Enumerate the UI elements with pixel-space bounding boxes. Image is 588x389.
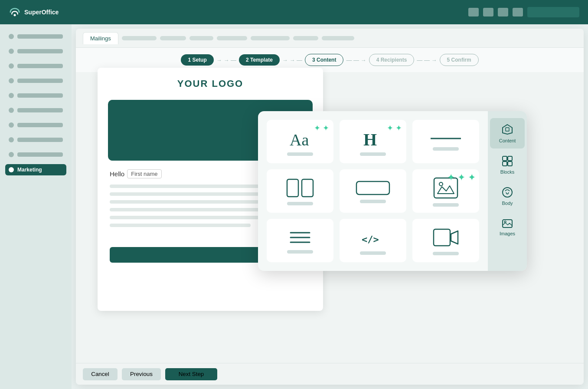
blocks-sidebar-icon (502, 155, 513, 167)
sidebar-item-knowledge[interactable] (5, 149, 66, 160)
content-sidebar-label: Content (499, 138, 516, 143)
body-sidebar-label: Body (502, 201, 513, 206)
tab-5[interactable] (217, 36, 247, 40)
tab-bar: Mailings (76, 29, 584, 48)
bottom-bar: Cancel Previous Next Step (76, 363, 584, 385)
sidebar-item-reports[interactable] (5, 120, 66, 130)
menu-card-label (287, 250, 313, 254)
sidebar-dot (9, 34, 14, 39)
svg-text:Aa: Aa (290, 131, 309, 148)
content-card-image[interactable]: ✦ ✦ ✦ (412, 169, 479, 213)
sparkle-icon-heading: ✦ ✦ (387, 124, 402, 132)
tab-3[interactable] (160, 36, 186, 40)
sidebar-dot (9, 93, 14, 98)
step-5[interactable]: 5 Confirm (440, 54, 479, 66)
step-4[interactable]: 4 Recipients (369, 54, 415, 66)
sidebar-item-requests[interactable] (5, 135, 66, 145)
content-panel: ✦ ✦ Aa ✦ ✦ H (258, 111, 527, 271)
step-1[interactable]: 1 Setup (181, 54, 213, 66)
topbar-icon-4[interactable] (513, 8, 523, 16)
email-firstname-tag[interactable]: First name (127, 169, 161, 178)
button-card-label (360, 200, 386, 203)
sidebar-label-reports (17, 123, 63, 127)
content-card-divider[interactable] (412, 120, 479, 163)
topbar-icon-1[interactable] (468, 8, 479, 16)
sidebar-label-projects (17, 93, 63, 98)
sidebar-item-activities[interactable] (5, 46, 66, 56)
heading-card-label (360, 152, 386, 156)
content-card-button[interactable] (340, 169, 406, 213)
blocks-sidebar-label: Blocks (500, 169, 514, 175)
sidebar-label-requests (17, 138, 63, 142)
content-sidebar-icon (501, 123, 513, 135)
content-card-heading[interactable]: ✦ ✦ H (340, 120, 406, 163)
content-card-video[interactable] (412, 219, 479, 262)
sparkle-icon-text: ✦ ✦ (314, 124, 329, 132)
step-2[interactable]: 2 Template (239, 54, 280, 66)
email-body-line-6 (110, 224, 251, 227)
svg-rect-15 (506, 128, 509, 131)
email-logo-area: YOUR LOGO (98, 68, 323, 100)
columns-card-label (287, 202, 313, 205)
sidebar-item-contacts[interactable] (5, 61, 66, 71)
next-step-button[interactable]: Next Step (165, 368, 217, 380)
topbar-search[interactable] (527, 7, 579, 17)
html-card-label (360, 251, 386, 255)
text-icon: Aa (289, 129, 311, 148)
sidebar-dot (9, 152, 14, 157)
sidebar-label-dashboard (17, 34, 63, 39)
email-hello-text: Hello (110, 170, 124, 178)
sidebar-label-sales (17, 108, 63, 112)
sidebar-item-images[interactable]: Images (490, 213, 525, 241)
divider-icon (431, 134, 461, 143)
content-card-menu[interactable] (267, 219, 333, 262)
sidebar-dot (9, 108, 14, 113)
topbar-icons (468, 7, 579, 17)
sparkle-icon-image: ✦ ✦ ✦ (447, 173, 476, 182)
sidebar-item-content[interactable]: Content (490, 118, 525, 148)
tab-4[interactable] (189, 36, 213, 40)
tab-2[interactable] (122, 36, 157, 40)
sidebar-item-projects[interactable] (5, 90, 66, 101)
tab-8[interactable] (322, 36, 354, 40)
sidebar-item-dashboard[interactable] (5, 31, 66, 42)
tab-mailings[interactable]: Mailings (83, 32, 118, 44)
app-name: SuperOffice (24, 9, 59, 16)
content-card-html[interactable]: </> (340, 219, 406, 262)
previous-button[interactable]: Previous (122, 368, 161, 380)
superoffice-logo-icon (9, 7, 21, 17)
cancel-button[interactable]: Cancel (83, 368, 118, 380)
tab-6[interactable] (251, 36, 290, 40)
content-card-text[interactable]: ✦ ✦ Aa (267, 120, 333, 163)
sidebar-item-blocks[interactable]: Blocks (490, 150, 525, 180)
app-logo[interactable]: SuperOffice (9, 7, 59, 17)
sidebar-dot (9, 122, 14, 128)
sidebar-dot (9, 78, 14, 83)
sidebar-dot (9, 167, 14, 172)
images-sidebar-label: Images (500, 231, 515, 236)
content-card-columns[interactable] (267, 169, 333, 213)
svg-rect-18 (503, 162, 507, 166)
menu-icon (289, 229, 311, 246)
topbar-icon-3[interactable] (498, 8, 508, 16)
step-3[interactable]: 3 Content (305, 54, 343, 66)
svg-marker-14 (503, 125, 512, 134)
svg-text:</>: </> (362, 234, 379, 245)
sidebar-item-sales[interactable] (5, 105, 66, 115)
content-grid: ✦ ✦ Aa ✦ ✦ H (258, 111, 488, 271)
sidebar: Marketing (0, 24, 72, 389)
heading-icon: H (362, 129, 384, 148)
sidebar-item-body[interactable]: Body (490, 181, 525, 211)
sidebar-item-companies[interactable] (5, 76, 66, 86)
content-right-sidebar: Content Blocks (488, 111, 527, 271)
svg-text:H: H (363, 130, 377, 148)
svg-rect-4 (287, 179, 298, 197)
topbar-icon-2[interactable] (483, 8, 493, 16)
topbar: SuperOffice (0, 0, 588, 24)
svg-point-0 (13, 14, 16, 16)
text-card-label (287, 152, 313, 156)
sidebar-item-marketing[interactable]: Marketing (5, 164, 66, 175)
step-arrow-4: — — → (417, 57, 437, 63)
svg-rect-16 (503, 156, 507, 161)
tab-7[interactable] (293, 36, 318, 40)
